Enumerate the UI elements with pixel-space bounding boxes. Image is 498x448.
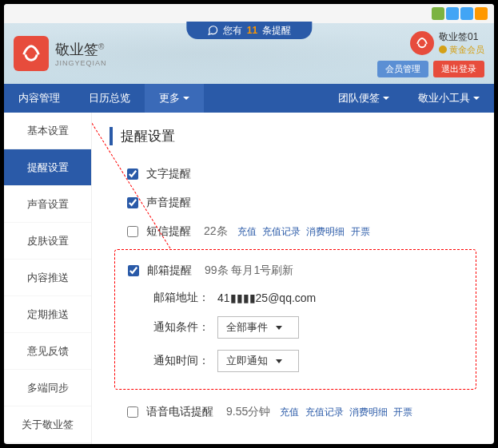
window-topbar — [4, 4, 494, 23]
label-sms: 短信提醒 — [146, 224, 191, 239]
main-nav: 内容管理 日历总览 更多 团队便签 敬业小工具 — [4, 84, 494, 113]
link-log[interactable]: 充值记录 — [305, 406, 344, 418]
chat-icon — [207, 25, 218, 36]
sms-quota: 22条 — [204, 224, 228, 239]
sms-links: 充值 充值记录 消费明细 开票 — [236, 225, 372, 239]
vip-dot-icon — [439, 46, 447, 54]
tray-icon-4[interactable] — [475, 7, 488, 20]
tray-icon-1[interactable] — [432, 7, 444, 20]
sidebar: 基本设置 提醒设置 声音设置 皮肤设置 内容推送 定期推送 意见反馈 多端同步 … — [4, 113, 92, 444]
tray-icon-2[interactable] — [446, 7, 459, 20]
email-addr-label: 邮箱地址： — [153, 291, 209, 305]
notification-pill[interactable]: 您有 11 条提醒 — [186, 22, 312, 39]
checkbox-voice[interactable] — [127, 406, 138, 418]
header: 您有 11 条提醒 敬业签® JINGYEQIAN 敬业签01 — [4, 23, 494, 84]
sidebar-item-periodic[interactable]: 定期推送 — [4, 296, 91, 333]
logo-area: 敬业签® JINGYEQIAN — [14, 36, 107, 71]
email-quota: 99条 每月1号刷新 — [205, 264, 293, 278]
brand-text: 敬业签® JINGYEQIAN — [55, 40, 107, 67]
cond-label: 通知条件： — [153, 320, 209, 335]
notif-prefix: 您有 — [223, 24, 242, 38]
tray-icon-3[interactable] — [460, 7, 473, 20]
sidebar-item-skin[interactable]: 皮肤设置 — [4, 223, 91, 260]
sidebar-item-reminder[interactable]: 提醒设置 — [4, 149, 91, 186]
user-name: 敬业签01 — [439, 30, 484, 44]
user-vip: 黄金会员 — [439, 44, 484, 56]
row-text-reminder: 文字提醒 — [103, 160, 483, 188]
link-invoice[interactable]: 开票 — [351, 226, 370, 237]
nav-more[interactable]: 更多 — [145, 84, 204, 113]
nav-team[interactable]: 团队便签 — [324, 84, 404, 113]
link-log[interactable]: 充值记录 — [262, 226, 301, 237]
chevron-down-icon — [473, 97, 480, 100]
label-text: 文字提醒 — [146, 167, 191, 181]
logo-icon — [14, 36, 49, 71]
chevron-down-icon — [183, 97, 189, 100]
link-detail[interactable]: 消费明细 — [306, 226, 345, 237]
brand-name-cn: 敬业签 — [55, 42, 98, 57]
sidebar-item-about[interactable]: 关于敬业签 — [4, 406, 91, 443]
nav-content[interactable]: 内容管理 — [4, 84, 74, 113]
row-sound-reminder: 声音提醒 — [103, 188, 483, 217]
chevron-down-icon — [276, 359, 282, 363]
row-notify-condition: 通知条件： 全部事件 — [115, 311, 476, 344]
time-label: 通知时间： — [153, 354, 209, 368]
voice-quota: 9.55分钟 — [226, 405, 270, 419]
user-area: 敬业签01 黄金会员 会员管理 退出登录 — [377, 30, 484, 77]
sidebar-item-feedback[interactable]: 意见反馈 — [4, 333, 91, 370]
checkbox-sound[interactable] — [127, 197, 138, 208]
page-title: 提醒设置 — [110, 127, 483, 145]
voice-links: 充值 充值记录 消费明细 开票 — [278, 406, 414, 419]
select-condition[interactable]: 全部事件 — [217, 316, 299, 339]
link-recharge[interactable]: 充值 — [237, 226, 257, 237]
notif-count: 11 — [247, 25, 257, 36]
select-time[interactable]: 立即通知 — [217, 350, 299, 372]
sidebar-item-sync[interactable]: 多端同步 — [4, 370, 91, 406]
link-recharge[interactable]: 充值 — [280, 406, 299, 418]
label-voice: 语音电话提醒 — [146, 405, 213, 419]
link-detail[interactable]: 消费明细 — [349, 406, 388, 418]
row-notify-time: 通知时间： 立即通知 — [115, 344, 476, 378]
link-invoice[interactable]: 开票 — [393, 406, 412, 418]
sidebar-item-basic[interactable]: 基本设置 — [4, 113, 91, 149]
label-email: 邮箱提醒 — [147, 264, 192, 278]
label-sound: 声音提醒 — [146, 196, 191, 210]
nav-calendar[interactable]: 日历总览 — [74, 84, 145, 113]
avatar[interactable] — [410, 31, 434, 55]
chevron-down-icon — [276, 326, 282, 330]
row-voice-reminder: 语音电话提醒 9.55分钟 充值 充值记录 消费明细 开票 — [103, 398, 483, 426]
member-manage-button[interactable]: 会员管理 — [377, 61, 428, 77]
email-addr-value: 41▮▮▮▮25@qq.com — [217, 291, 316, 304]
nav-tools[interactable]: 敬业小工具 — [404, 84, 494, 113]
row-email-reminder: 邮箱提醒 99条 每月1号刷新 — [115, 256, 476, 285]
checkbox-sms[interactable] — [127, 226, 138, 237]
sidebar-item-sound[interactable]: 声音设置 — [4, 186, 91, 223]
checkbox-text[interactable] — [127, 168, 138, 180]
content: 提醒设置 文字提醒 声音提醒 短信提醒 22条 充值 充值记录 消费明细 开票 — [92, 113, 494, 444]
brand-sup: ® — [98, 42, 104, 51]
email-highlight-box: 邮箱提醒 99条 每月1号刷新 邮箱地址： 41▮▮▮▮25@qq.com 通知… — [114, 249, 476, 390]
checkbox-email[interactable] — [128, 265, 139, 276]
sidebar-item-push[interactable]: 内容推送 — [4, 260, 91, 296]
notif-suffix: 条提醒 — [262, 24, 291, 38]
app-window: 您有 11 条提醒 敬业签® JINGYEQIAN 敬业签01 — [4, 4, 494, 444]
row-email-address: 邮箱地址： 41▮▮▮▮25@qq.com — [115, 285, 476, 311]
brand-name-en: JINGYEQIAN — [55, 59, 107, 67]
body: 基本设置 提醒设置 声音设置 皮肤设置 内容推送 定期推送 意见反馈 多端同步 … — [4, 113, 494, 444]
logout-button[interactable]: 退出登录 — [433, 61, 484, 77]
chevron-down-icon — [383, 97, 389, 100]
